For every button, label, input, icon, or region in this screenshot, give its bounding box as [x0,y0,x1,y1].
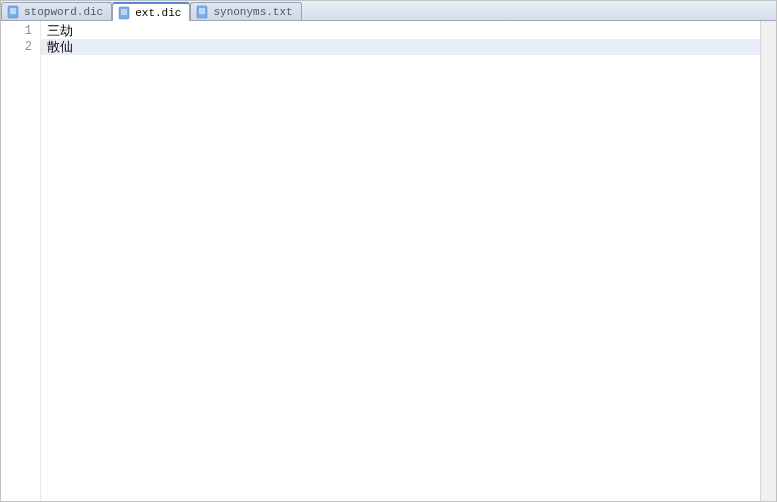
file-icon [6,5,20,19]
svg-rect-4 [119,7,129,19]
tab-ext[interactable]: ext.dic [112,2,190,21]
vertical-scrollbar[interactable] [760,21,776,501]
tab-label: ext.dic [135,7,181,19]
editor-container: stopword.dic ext.dic synonyms.txt 1 2 三劫… [0,0,777,502]
svg-rect-0 [8,6,18,18]
line-number: 1 [1,23,32,39]
tab-label: stopword.dic [24,6,103,18]
tab-stopword[interactable]: stopword.dic [1,2,112,20]
editor-content[interactable]: 三劫 散仙 [41,21,760,501]
editor-line: 散仙 [41,39,760,55]
line-number-gutter: 1 2 [1,21,41,501]
file-icon [117,6,131,20]
svg-rect-8 [197,6,207,18]
file-icon [195,5,209,19]
editor-body: 1 2 三劫 散仙 [1,21,776,501]
tab-bar: stopword.dic ext.dic synonyms.txt [1,1,776,21]
line-number: 2 [1,39,32,55]
tab-label: synonyms.txt [213,6,292,18]
editor-line: 三劫 [47,23,760,39]
tab-synonyms[interactable]: synonyms.txt [190,2,301,20]
